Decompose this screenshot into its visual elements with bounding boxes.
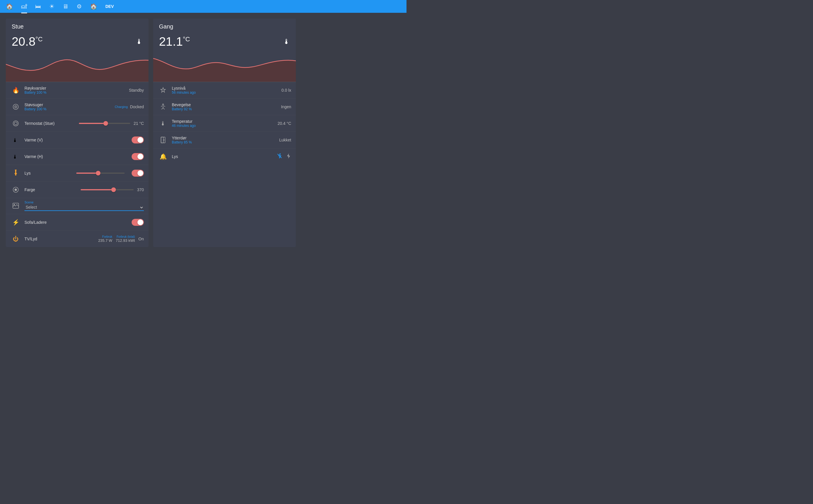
termostat-value: 21 °C <box>134 121 144 126</box>
scene-icon <box>10 200 21 211</box>
gang-lys-icon: 🔔 <box>158 151 168 162</box>
gang-lys-name: Lys <box>172 154 277 159</box>
stue-card: Stue 20.8°C 🌡 🔥 Røykvarsler <box>6 19 148 247</box>
varme-h-row: 🌡 Varme (H) <box>6 148 148 165</box>
tv-lyd-icon: ⏻ <box>10 234 21 244</box>
nav-home-icon[interactable]: 🏠 <box>6 3 13 10</box>
nav-sofa-icon[interactable]: 🛋 <box>21 3 27 10</box>
svg-point-3 <box>13 121 18 126</box>
scene-row: Scene Select Evening Morning Night Movie <box>6 198 148 214</box>
nav-dev-label[interactable]: DEV <box>105 4 114 9</box>
støvsuger-charging: Charging <box>115 105 128 109</box>
stue-thermo-icon: 🌡 <box>136 38 143 46</box>
gang-card: Gang 21.1°C 🌡 Lys <box>153 19 296 247</box>
stue-title: Stue <box>6 19 148 32</box>
topnav: 🏠 🛋 🛏 ☀ 🖥 ⚙ 🏠 DEV <box>0 0 406 13</box>
svg-marker-15 <box>161 88 165 92</box>
termostat-icon <box>10 118 21 129</box>
sofa-ladere-info: Sofa/Ladere <box>24 220 132 225</box>
stue-chart <box>6 50 148 82</box>
svg-point-16 <box>162 104 164 105</box>
main-content: Stue 20.8°C 🌡 🔥 Røykvarsler <box>0 13 406 253</box>
gang-lys-info: Lys <box>172 154 277 159</box>
svg-point-4 <box>14 122 17 125</box>
tv-lyd-forbruk-total: Forbruk (total) 712.93 kWt <box>116 235 135 243</box>
varme-v-name: Varme (V) <box>24 138 132 142</box>
temperatur-name: Temperatur <box>172 119 277 124</box>
sofa-ladere-row: ⚡ Sofa/Ladere <box>6 214 148 231</box>
nav-house2-icon[interactable]: 🏠 <box>90 3 97 10</box>
stue-temp-display: 20.8°C 🌡 <box>6 32 148 50</box>
termostat-name: Termostat (Stue) <box>24 121 75 126</box>
bevegelse-icon <box>158 102 168 112</box>
svg-point-2 <box>15 107 16 107</box>
røykvarsler-info: Røykvarsler Battery 100 % <box>24 86 129 95</box>
tv-lyd-name: TV/Lyd <box>24 237 98 241</box>
svg-rect-17 <box>161 137 165 143</box>
svg-point-19 <box>164 140 164 141</box>
svg-rect-10 <box>15 174 16 175</box>
tv-lyd-info: TV/Lyd <box>24 237 98 241</box>
svg-text:🌡: 🌡 <box>13 154 18 160</box>
røykvarsler-sub: Battery 100 % <box>24 90 129 95</box>
farge-slider[interactable] <box>81 189 133 190</box>
støvsuger-sub: Battery 100 % <box>24 107 115 111</box>
ytterdør-sub: Battery 85 % <box>172 140 279 144</box>
støvsuger-info: Støvsuger Battery 100 % <box>24 102 115 111</box>
nav-bed-icon[interactable]: 🛏 <box>35 3 41 10</box>
scene-content: Scene Select Evening Morning Night Movie <box>24 200 144 211</box>
lysnivå-value: 0.0 lx <box>281 88 291 93</box>
farge-icon <box>10 184 21 195</box>
scene-label: Scene <box>24 200 144 204</box>
varme-v-row: 🌡 Varme (V) <box>6 132 148 148</box>
temperatur-row: 🌡 Temperatur 46 minutes ago 20.4 °C <box>153 115 296 132</box>
termostat-slider[interactable] <box>79 123 130 124</box>
gang-chart <box>153 50 296 82</box>
farge-info: Farge <box>24 187 77 192</box>
svg-text:🌡: 🌡 <box>13 137 18 143</box>
termostat-info: Termostat (Stue) <box>24 121 75 126</box>
temperatur-sub: 46 minutes ago <box>172 124 277 128</box>
gang-lys-icons <box>277 153 291 160</box>
røykvarsler-row: 🔥 Røykvarsler Battery 100 % Standby <box>6 82 148 99</box>
gang-lys-row: 🔔 Lys <box>153 148 296 165</box>
nav-monitor-icon[interactable]: 🖥 <box>63 3 68 10</box>
lysnivå-row: Lysnivå 56 minutes ago 0.0 lx <box>153 82 296 99</box>
ytterdør-info: Ytterdør Battery 85 % <box>172 136 279 144</box>
gang-lys-flashoff-icon[interactable] <box>277 153 282 160</box>
lysnivå-icon <box>158 85 168 95</box>
svg-rect-7 <box>15 170 17 170</box>
ytterdør-row: Ytterdør Battery 85 % Lukket <box>153 132 296 148</box>
gang-temp-display: 21.1°C 🌡 <box>153 32 296 50</box>
tv-lyd-row: ⏻ TV/Lyd Forbruk 235.7 W Forbruk (total)… <box>6 231 148 247</box>
sofa-ladere-name: Sofa/Ladere <box>24 220 132 225</box>
termostat-row: Termostat (Stue) 21 °C <box>6 115 148 132</box>
lys-info: Lys <box>24 171 73 175</box>
sofa-ladere-icon: ⚡ <box>10 217 21 228</box>
nav-settings-icon[interactable]: ⚙ <box>77 3 82 10</box>
støvsuger-icon <box>10 102 21 112</box>
svg-rect-9 <box>15 173 17 174</box>
ytterdør-icon <box>158 135 168 145</box>
sofa-ladere-toggle[interactable] <box>132 219 144 226</box>
bevegelse-info: Bevegelse Battery 92 % <box>172 102 281 111</box>
lys-slider[interactable] <box>76 173 125 174</box>
gang-temp-value: 21.1°C <box>159 35 190 48</box>
bevegelse-row: Bevegelse Battery 92 % Ingen <box>153 99 296 115</box>
varme-v-toggle[interactable] <box>132 136 144 143</box>
svg-point-12 <box>15 189 17 191</box>
nav-sun-icon[interactable]: ☀ <box>49 3 54 10</box>
temperatur-value: 20.4 °C <box>277 121 291 126</box>
lys-name: Lys <box>24 171 73 175</box>
lys-toggle[interactable] <box>132 170 144 177</box>
farge-value: 370 <box>137 187 144 192</box>
røykvarsler-icon: 🔥 <box>10 85 21 95</box>
lysnivå-sub: 56 minutes ago <box>172 90 281 95</box>
gang-lys-flash-icon[interactable] <box>286 153 291 160</box>
bevegelse-name: Bevegelse <box>172 102 281 107</box>
scene-select[interactable]: Select Evening Morning Night Movie <box>24 204 144 211</box>
lysnivå-info: Lysnivå 56 minutes ago <box>172 86 281 95</box>
varme-h-toggle[interactable] <box>132 153 144 160</box>
støvsuger-value: Docked <box>130 104 144 109</box>
svg-point-14 <box>14 204 15 205</box>
